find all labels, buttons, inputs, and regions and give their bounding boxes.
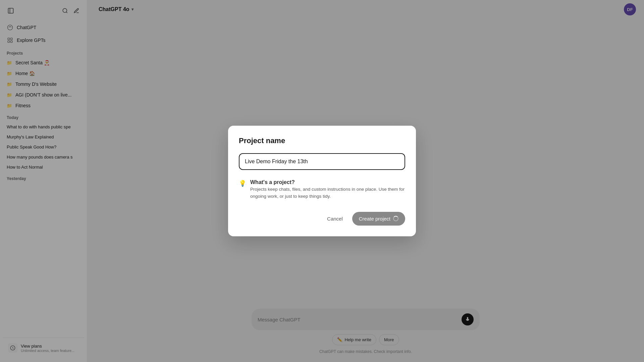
- cancel-button[interactable]: Cancel: [322, 213, 348, 225]
- create-project-label: Create project: [359, 216, 390, 222]
- modal-overlay[interactable]: Project name 💡 What's a project? Project…: [0, 0, 644, 362]
- modal-info-title: What's a project?: [250, 179, 405, 185]
- create-project-button[interactable]: Create project: [352, 212, 405, 226]
- modal-info: 💡 What's a project? Projects keep chats,…: [239, 178, 405, 201]
- project-name-modal: Project name 💡 What's a project? Project…: [228, 126, 416, 236]
- lightbulb-icon: 💡: [239, 180, 246, 187]
- modal-info-body: Projects keep chats, files, and custom i…: [250, 187, 405, 198]
- project-name-input[interactable]: [239, 153, 405, 170]
- modal-title: Project name: [239, 136, 405, 145]
- modal-actions: Cancel Create project: [239, 212, 405, 226]
- modal-info-text-block: What's a project? Projects keep chats, f…: [250, 179, 405, 200]
- spinner-icon: [393, 216, 398, 221]
